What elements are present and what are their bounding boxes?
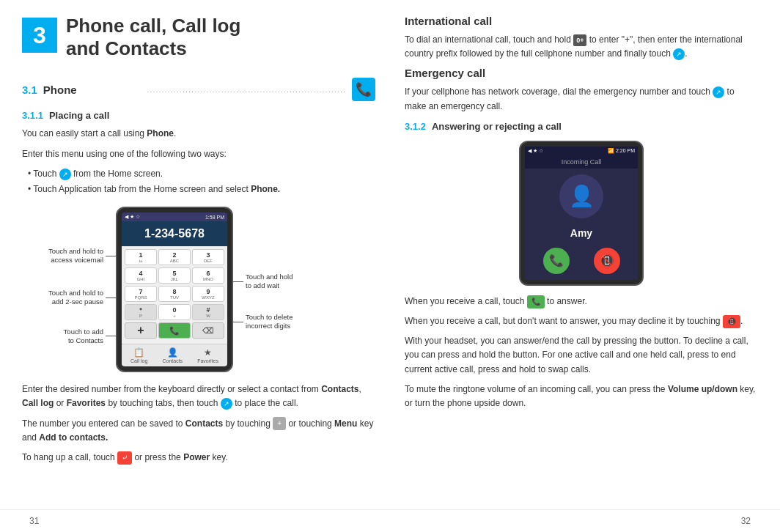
left-column: 3 Phone call, Call log and Contacts 3.1 …: [22, 15, 375, 495]
ann-line-1: [106, 256, 116, 256]
page-number-right: 32: [741, 516, 751, 526]
annotation-delete-text: Touch to deleteincorrect digits: [246, 313, 292, 331]
delete-button[interactable]: ⌫: [192, 322, 224, 339]
para-save-number: The number you entered can be saved to C…: [22, 417, 375, 445]
dial-icon-inline: ↗: [673, 48, 685, 60]
status-right: 1:58 PM: [205, 215, 224, 220]
annotation-voicemail: Touch and hold toaccess voicemail: [48, 247, 116, 265]
annotation-contacts: Touch to addto Contacts: [64, 328, 116, 346]
section-3-1-1-number: 3.1.1: [22, 110, 43, 121]
key-2[interactable]: 2ABC: [158, 249, 191, 265]
section-3-1-number: 3.1: [22, 84, 37, 96]
incoming-phone-mockup: ◀ ★ ☆ 📶 2:20 PM Incoming Call 👤 Amy 📞 📵: [519, 141, 644, 286]
key-5[interactable]: 5JKL: [158, 267, 191, 284]
para-enter-number: Enter the desired number from the keyboa…: [22, 383, 375, 410]
section-3-1-title: Phone: [43, 84, 141, 96]
placing-call-intro: You can easily start a call using Phone.: [22, 127, 375, 141]
phone-diagram-wrapper: Touch and hold toaccess voicemail Touch …: [22, 207, 375, 372]
keypad-row-4: *P 0+ #W: [125, 304, 224, 320]
keypad-row-1: 1ω 2ABC 3DEF: [125, 249, 224, 265]
emergency-call-heading: Emergency call: [405, 67, 758, 79]
incoming-call-buttons: 📞 📵: [525, 242, 638, 280]
section-3-1-2-number: 3.1.2: [405, 121, 426, 132]
key-0[interactable]: 0+: [158, 304, 191, 320]
annotation-contacts-text: Touch to addto Contacts: [64, 328, 103, 346]
answer-button[interactable]: 📞: [543, 248, 570, 274]
phone-mockup: ◀ ★ ☆ 1:58 PM 1-234-5678 1ω 2ABC 3DEF 4G…: [116, 207, 233, 372]
headset-para: With your headset, you can answer/end th…: [405, 334, 758, 377]
right-column: International call To dial an internatio…: [405, 15, 758, 495]
key-6[interactable]: 6MNO: [192, 267, 224, 284]
tab-contacts[interactable]: 👤 Contacts: [162, 347, 183, 363]
key-3[interactable]: 3DEF: [192, 249, 224, 265]
inc-status-right: 📶 2:20 PM: [608, 148, 635, 154]
section-3-1-header: 3.1 Phone ..............................…: [22, 78, 375, 101]
key-hash[interactable]: #W: [192, 304, 224, 320]
emergency-call-para: If your cellphone has network coverage, …: [405, 85, 758, 113]
tab-favorites[interactable]: ★ Favorites: [197, 347, 218, 363]
ann-line-5: [233, 322, 243, 322]
favorites-icon: ★: [204, 347, 212, 358]
enter-menu-text: Enter this menu using one of the followi…: [22, 147, 375, 161]
chapter-title: Phone call, Call log and Contacts: [66, 15, 240, 60]
key-star[interactable]: *P: [125, 304, 157, 320]
decline-icon-inline: 📵: [723, 315, 740, 328]
touch-home-icon: ↗: [59, 169, 71, 180]
ann-line-4: [233, 281, 243, 282]
keypad-row-2: 4GHI 5JKL 6MNO: [125, 267, 224, 284]
mute-para: To mute the ringtone volume of an incomi…: [405, 383, 758, 410]
zero-plus-badge: 0+: [573, 34, 586, 46]
answer-icon-inline: 📞: [527, 295, 545, 309]
keypad: 1ω 2ABC 3DEF 4GHI 5JKL 6MNO 7PQRS 8TUV: [122, 246, 227, 344]
section-3-1-2-header: 3.1.2 Answering or rejecting a call: [405, 121, 758, 132]
bullet-1: Touch ↗ from the Home screen.: [28, 167, 375, 181]
incoming-screen: ◀ ★ ☆ 📶 2:20 PM Incoming Call 👤 Amy 📞 📵: [525, 147, 638, 280]
incoming-call-diagram: ◀ ★ ☆ 📶 2:20 PM Incoming Call 👤 Amy 📞 📵: [405, 141, 758, 286]
annotation-wait: Touch and holdto add wait: [233, 273, 292, 291]
section-3-1-1-header: 3.1.1 Placing a call: [22, 110, 375, 121]
bottom-tab-bar: 📋 Call log 👤 Contacts ★ Favorites: [122, 344, 227, 366]
status-left: ◀ ★ ☆: [125, 214, 140, 220]
chapter-number: 3: [22, 18, 57, 53]
intl-call-heading: International call: [405, 15, 758, 27]
para-hang-up: To hang up a call, touch ⤶ or press the …: [22, 451, 375, 465]
call-button[interactable]: 📞: [158, 322, 191, 339]
page-footer: 31 32: [0, 509, 780, 532]
tab-calllog[interactable]: 📋 Call log: [130, 347, 147, 363]
key-8[interactable]: 8TUV: [158, 286, 191, 302]
intl-call-section: International call To dial an internatio…: [405, 15, 758, 114]
key-4[interactable]: 4GHI: [125, 267, 157, 284]
status-bar: ◀ ★ ☆ 1:58 PM: [122, 213, 227, 221]
dialer-display: 1-234-5678: [122, 221, 227, 246]
contacts-label: Contacts: [162, 358, 183, 363]
action-row: + 📞 ⌫: [125, 322, 224, 339]
left-annotations: Touch and hold toaccess voicemail Touch …: [22, 207, 116, 358]
hangup-icon-inline: ⤶: [117, 451, 132, 465]
key-7[interactable]: 7PQRS: [125, 286, 157, 302]
page-number-left: 31: [29, 516, 39, 526]
annotation-pause: Touch and hold toadd 2-sec pause: [48, 289, 116, 307]
chapter-header: 3 Phone call, Call log and Contacts: [22, 15, 375, 60]
key-1[interactable]: 1ω: [125, 249, 157, 265]
caller-name: Amy: [525, 224, 638, 242]
intl-call-para1: To dial an international call, touch and…: [405, 33, 758, 61]
bullet-2: Touch Application tab from the Home scre…: [28, 182, 375, 196]
key-9[interactable]: 9WXYZ: [192, 286, 224, 302]
annotation-delete: Touch to deleteincorrect digits: [233, 313, 292, 331]
right-annotations: Touch and holdto add wait Touch to delet…: [233, 207, 321, 344]
annotation-wait-text: Touch and holdto add wait: [246, 273, 292, 291]
annotation-pause-text: Touch and hold toadd 2-sec pause: [48, 289, 103, 307]
caller-avatar: 👤: [559, 174, 603, 218]
phone-icon: 📞: [352, 78, 375, 101]
incoming-status-bar: ◀ ★ ☆ 📶 2:20 PM: [525, 147, 638, 155]
ann-line-3: [106, 336, 116, 336]
plus-button[interactable]: +: [125, 322, 157, 339]
calllog-label: Call log: [130, 358, 147, 363]
decline-button[interactable]: 📵: [594, 248, 620, 274]
annotation-voicemail-text: Touch and hold toaccess voicemail: [48, 247, 103, 265]
contacts-icon: 👤: [167, 347, 178, 358]
incoming-call-label: Incoming Call: [525, 155, 638, 169]
ann-line-2: [106, 298, 116, 298]
decline-para: When you receive a call, but don't want …: [405, 314, 758, 328]
emergency-dial-icon: ↗: [713, 86, 724, 98]
